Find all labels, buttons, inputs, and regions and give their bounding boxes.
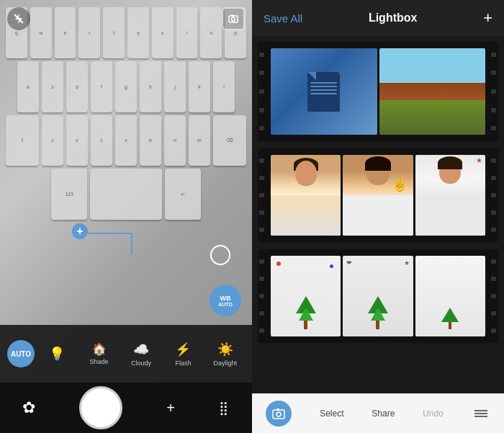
key: s: [42, 61, 63, 112]
key: j: [164, 61, 186, 112]
perforation: [259, 176, 264, 180]
modes-icon[interactable]: ⣿: [219, 400, 230, 416]
svg-rect-4: [273, 410, 284, 419]
film-strip-area: ✌ ★: [252, 36, 504, 393]
select-item[interactable]: Select: [320, 409, 343, 419]
photo-wall-3[interactable]: [415, 256, 485, 336]
auto-wb-label: AUTO: [218, 302, 233, 307]
camera-panel: q w e r t y u i o p a s d f g h j k l ⇧ …: [0, 0, 252, 433]
key: o: [200, 7, 222, 58]
photo-sdcard[interactable]: [271, 48, 377, 135]
key: y: [127, 7, 149, 58]
share-label: Share: [372, 409, 395, 419]
perforation: [491, 329, 496, 333]
sd-card-shape: [307, 72, 340, 112]
incandescent-icon: 💡: [49, 346, 65, 362]
film-content-1: [271, 48, 485, 135]
wb-label: WB: [220, 295, 231, 302]
photo-portrait-2[interactable]: ✌: [343, 155, 413, 236]
sdcard-image: [271, 48, 377, 135]
key: b: [140, 115, 161, 166]
cloudy-label: Cloudy: [131, 360, 151, 367]
key: ↵: [165, 169, 201, 220]
key: i: [176, 7, 198, 58]
photo-wall-2[interactable]: ❤ ★: [343, 256, 413, 336]
key: 123: [51, 169, 87, 220]
sd-notch: [307, 72, 316, 81]
shutter-button[interactable]: [79, 386, 122, 429]
camera-action-bar: ✿ + ⣿: [0, 383, 252, 433]
film-perforations-left: [259, 44, 265, 139]
daylight-label: Daylight: [214, 360, 238, 367]
photo-portrait-3[interactable]: ★: [415, 155, 485, 236]
key: l: [213, 61, 235, 112]
photo-wall-1[interactable]: [271, 256, 341, 336]
key: z: [42, 115, 63, 166]
film-perforations-right: [491, 151, 497, 240]
share-item[interactable]: Share: [372, 409, 395, 419]
perforation: [491, 228, 496, 232]
shade-icon: 🏠: [92, 342, 107, 356]
rooftop-image: [379, 48, 486, 135]
daylight-icon: ☀️: [217, 342, 233, 357]
photo-rooftop[interactable]: [379, 48, 486, 135]
wb-incandescent-item[interactable]: 💡: [37, 346, 76, 362]
perforation: [259, 126, 264, 130]
svg-point-5: [276, 412, 281, 416]
key: c: [91, 115, 112, 166]
perforation: [491, 71, 496, 75]
wb-daylight-item[interactable]: ☀️ Daylight: [206, 342, 245, 367]
lightbox-action-bar: Select Share Undo: [252, 393, 504, 433]
select-label: Select: [320, 409, 343, 419]
portrait-3-image: ★: [415, 155, 485, 236]
wall-3-image: [415, 256, 485, 336]
flash-label: Flash: [175, 360, 191, 367]
key: x: [66, 115, 88, 166]
focus-point-icon[interactable]: +: [72, 223, 88, 239]
switch-camera-icon[interactable]: [222, 7, 245, 30]
flash-icon: ⚡: [175, 342, 191, 357]
perforation: [259, 159, 264, 163]
wb-shade-item[interactable]: 🏠 Shade: [79, 342, 118, 365]
key: d: [66, 61, 88, 112]
portrait-2-image: ✌: [343, 155, 413, 236]
add-action-button[interactable]: +: [166, 400, 175, 416]
key: w: [30, 7, 52, 58]
key: k: [189, 61, 210, 112]
film-strip-3: ❤ ★: [258, 249, 498, 343]
undo-label: Undo: [423, 409, 444, 419]
key: v: [115, 115, 137, 166]
perforation: [491, 259, 496, 264]
lightbox-header: Save All Lightbox +: [252, 0, 504, 36]
perforation: [259, 277, 264, 281]
wb-cloudy-item[interactable]: ☁️ Cloudy: [122, 342, 161, 367]
key: g: [115, 61, 137, 112]
lightbox-panel: Save All Lightbox +: [252, 0, 504, 433]
auto-mode-button[interactable]: AUTO: [7, 340, 35, 367]
cloudy-icon: ☁️: [133, 342, 149, 357]
effects-icon[interactable]: ✿: [22, 398, 35, 417]
menu-icon-button[interactable]: [472, 407, 490, 420]
svg-rect-6: [276, 409, 279, 411]
wb-flash-item[interactable]: ⚡ Flash: [163, 342, 202, 367]
film-content-2: ✌ ★: [271, 155, 485, 236]
key: n: [164, 115, 186, 166]
svg-rect-3: [231, 15, 234, 17]
lightbox-title: Lightbox: [369, 12, 418, 24]
wb-button[interactable]: WB AUTO: [210, 285, 241, 316]
film-perforations-right: [491, 251, 497, 341]
key: e: [55, 7, 76, 58]
perforation: [259, 193, 264, 197]
flash-off-icon[interactable]: [7, 7, 30, 30]
film-perforations-left: [259, 151, 265, 240]
key: [90, 169, 162, 220]
photo-portrait-1[interactable]: [271, 155, 341, 236]
perforation: [259, 210, 264, 215]
add-to-lightbox-button[interactable]: +: [483, 9, 492, 27]
save-all-button[interactable]: Save All: [264, 12, 302, 24]
portrait-face: [295, 161, 317, 186]
undo-item[interactable]: Undo: [423, 409, 444, 419]
shade-label: Shade: [90, 358, 109, 365]
svg-point-2: [232, 17, 235, 21]
camera-icon-button[interactable]: [266, 401, 292, 427]
